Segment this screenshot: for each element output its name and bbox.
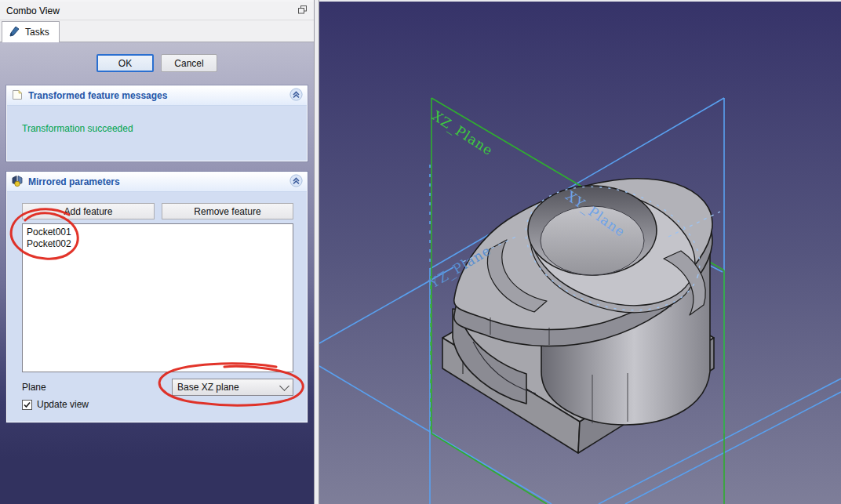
pencil-icon bbox=[9, 26, 20, 39]
note-icon bbox=[11, 89, 24, 103]
section-title: Mirrored parameters bbox=[28, 176, 285, 187]
tab-tasks-label: Tasks bbox=[25, 27, 49, 38]
messages-body: Transformation succeeded bbox=[7, 106, 307, 161]
pane-splitter[interactable] bbox=[314, 0, 319, 504]
tasks-panel: OK Cancel Transformed feature messages bbox=[0, 42, 314, 504]
3d-viewport[interactable]: XZ_Plane XY_Plane YZ_Plane bbox=[319, 0, 841, 504]
float-pane-icon[interactable] bbox=[298, 5, 308, 16]
update-view-label: Update view bbox=[37, 399, 89, 410]
update-view-row: Update view bbox=[22, 399, 89, 410]
list-item[interactable]: Pocket001 bbox=[27, 227, 293, 238]
combo-view-pane: Combo View Tasks OK bbox=[0, 0, 314, 504]
section-header: Transformed feature messages bbox=[7, 86, 307, 106]
pane-title: Combo View bbox=[6, 5, 298, 16]
combo-view-titlebar: Combo View bbox=[0, 2, 314, 20]
collapse-section-button[interactable] bbox=[289, 174, 303, 190]
chevron-down-icon bbox=[279, 381, 289, 391]
section-mirrored-parameters: Mirrored parameters Add feature bbox=[6, 172, 308, 422]
plane-dropdown-value: Base XZ plane bbox=[177, 382, 281, 393]
mirrored-feature-icon bbox=[11, 175, 24, 190]
feature-listbox[interactable]: Pocket001 Pocket002 bbox=[22, 223, 293, 372]
add-feature-button[interactable]: Add feature bbox=[22, 203, 155, 219]
list-item[interactable]: Pocket002 bbox=[27, 238, 293, 250]
transformation-status-text: Transformation succeeded bbox=[22, 123, 133, 134]
section-transformed-feature-messages: Transformed feature messages Transformat… bbox=[6, 85, 308, 161]
mirrored-body: Add feature Remove feature Pocket001 Poc… bbox=[7, 192, 307, 422]
section-header: Mirrored parameters bbox=[7, 172, 307, 192]
remove-feature-button[interactable]: Remove feature bbox=[162, 203, 293, 219]
tab-bar: Tasks bbox=[0, 20, 314, 42]
tab-tasks[interactable]: Tasks bbox=[2, 21, 60, 42]
plane-label: Plane bbox=[22, 382, 46, 393]
ok-button[interactable]: OK bbox=[96, 54, 154, 72]
cancel-button[interactable]: Cancel bbox=[161, 54, 217, 72]
app-window: Combo View Tasks OK bbox=[0, 0, 841, 504]
plane-dropdown[interactable]: Base XZ plane bbox=[172, 379, 293, 396]
section-title: Transformed feature messages bbox=[28, 90, 285, 101]
update-view-checkbox[interactable] bbox=[22, 400, 32, 410]
collapse-section-button[interactable] bbox=[289, 88, 303, 103]
